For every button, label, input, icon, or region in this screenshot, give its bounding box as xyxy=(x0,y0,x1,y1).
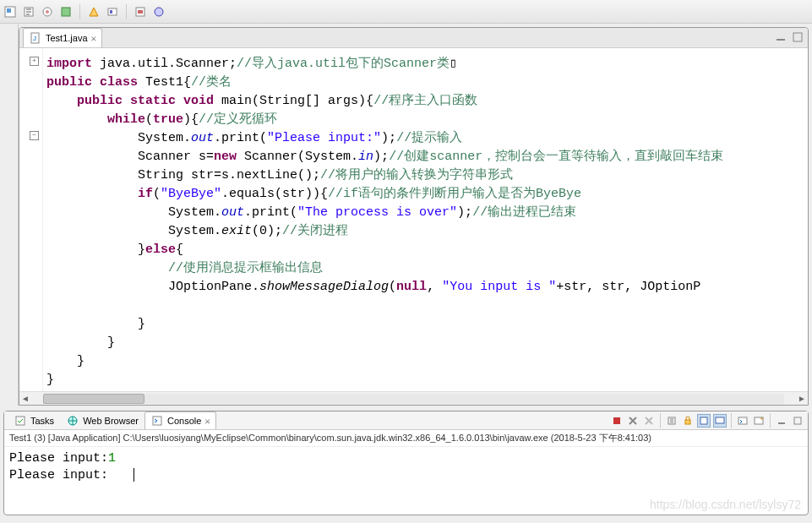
console-text: Please input: xyxy=(9,451,108,466)
tab-label: Tasks xyxy=(30,416,54,426)
toolbar-icon[interactable] xyxy=(152,5,166,19)
code-token: class xyxy=(100,75,138,90)
code-token: else xyxy=(145,242,176,257)
code-comment: //if语句的条件判断用户输入是否为ByeBye xyxy=(328,187,581,201)
scroll-track[interactable] xyxy=(43,394,784,404)
code-token: String str=s.nextLine(); xyxy=(138,168,320,183)
code-token: ); xyxy=(457,205,472,220)
svg-rect-17 xyxy=(613,417,620,424)
left-gutter xyxy=(0,24,19,406)
tasks-icon xyxy=(14,414,27,428)
editor-tab-test1[interactable]: J Test1.java ✕ xyxy=(23,28,102,47)
minimize-icon[interactable] xyxy=(775,414,788,428)
scroll-right-icon[interactable]: ► xyxy=(796,394,808,403)
tab-console[interactable]: Console ✕ xyxy=(144,411,216,429)
maximize-icon[interactable] xyxy=(791,30,804,44)
code-comment: //提示输入 xyxy=(396,131,462,145)
toolbar-icon[interactable] xyxy=(59,5,73,19)
svg-rect-19 xyxy=(685,420,690,424)
toolbar-icon[interactable] xyxy=(106,5,119,19)
code-token: void xyxy=(183,94,214,108)
new-console-icon[interactable]: + xyxy=(752,414,766,428)
tab-web-browser[interactable]: Web Browser xyxy=(60,411,144,429)
close-icon[interactable]: ✕ xyxy=(91,33,97,44)
toolbar-icon[interactable] xyxy=(3,5,17,19)
clear-icon[interactable] xyxy=(665,414,678,428)
code-token: showMessageDialog xyxy=(259,280,389,294)
code-token: exit xyxy=(221,224,252,238)
display-icon[interactable] xyxy=(713,414,727,428)
svg-rect-21 xyxy=(716,417,724,423)
code-token: } xyxy=(77,354,84,368)
code-token: Scanner(System. xyxy=(237,150,358,164)
remove-all-icon[interactable] xyxy=(642,414,656,428)
code-token: ); xyxy=(373,150,389,164)
code-token: Test1{ xyxy=(138,75,191,90)
code-token: Scanner s= xyxy=(138,150,214,164)
horizontal-scrollbar[interactable]: ◄ ► xyxy=(19,391,808,405)
maximize-icon[interactable] xyxy=(791,414,804,428)
editor-body[interactable]: + − import java.util.Scanner;//导入java.ut… xyxy=(19,48,808,391)
code-token: ( xyxy=(145,112,153,127)
code-token: public xyxy=(46,75,92,90)
close-icon[interactable]: ✕ xyxy=(204,416,210,427)
code-token: ); xyxy=(381,131,396,145)
code-token: public xyxy=(77,94,123,108)
scroll-thumb[interactable] xyxy=(43,394,144,404)
code-token: null xyxy=(396,280,427,294)
tab-tasks[interactable]: Tasks xyxy=(8,411,60,429)
svg-rect-26 xyxy=(794,417,801,424)
console-text: Please input: xyxy=(9,468,108,482)
globe-icon xyxy=(66,414,79,428)
minimize-icon[interactable] xyxy=(774,30,787,44)
toolbar-icon[interactable] xyxy=(134,5,147,19)
svg-rect-13 xyxy=(793,33,802,41)
toolbar-separator xyxy=(660,413,661,428)
open-console-icon[interactable] xyxy=(736,414,749,428)
console-output[interactable]: Please input:1 Please input: https://blo… xyxy=(4,447,808,515)
code-token: "The process is over" xyxy=(297,205,457,220)
svg-point-9 xyxy=(155,8,163,16)
fold-expand-icon[interactable]: + xyxy=(30,57,39,66)
scroll-lock-icon[interactable] xyxy=(681,414,695,428)
java-file-icon: J xyxy=(29,31,42,45)
console-icon xyxy=(150,414,164,428)
pin-icon[interactable] xyxy=(697,414,711,428)
code-comment: //程序主入口函数 xyxy=(373,94,477,108)
code-token: .equals(str)){ xyxy=(221,187,328,201)
scroll-left-icon[interactable]: ◄ xyxy=(19,394,31,403)
tab-label: Console xyxy=(167,416,201,426)
toolbar-icon[interactable] xyxy=(87,5,101,19)
fold-collapse-icon[interactable]: − xyxy=(30,131,39,140)
toolbar-icon[interactable] xyxy=(22,5,35,19)
code-token: } xyxy=(46,373,54,387)
code-token: in xyxy=(358,150,373,164)
code-token: ){ xyxy=(183,112,199,127)
code-comment: //关闭进程 xyxy=(282,224,348,238)
code-token: main(String[] args){ xyxy=(214,94,373,108)
code-area[interactable]: import java.util.Scanner;//导入java.util包下… xyxy=(43,48,808,391)
code-comment: //导入java.util包下的Scanner类 xyxy=(237,57,450,71)
terminate-icon[interactable] xyxy=(610,414,624,428)
code-token: , xyxy=(427,280,442,294)
code-comment: //定义死循环 xyxy=(199,112,277,127)
toolbar-icon[interactable] xyxy=(41,5,54,19)
code-token: .print( xyxy=(244,205,297,220)
code-token: "ByeBye" xyxy=(161,187,221,201)
svg-rect-12 xyxy=(777,39,785,41)
svg-rect-20 xyxy=(700,417,707,424)
bottom-tab-bar: Tasks Web Browser Console ✕ + xyxy=(4,411,808,430)
remove-icon[interactable] xyxy=(626,414,640,428)
console-input-echo: 1 xyxy=(108,451,116,466)
toolbar-separator xyxy=(731,413,732,428)
code-token: out xyxy=(221,205,244,220)
code-token: System. xyxy=(168,224,221,238)
code-comment: //将用户的输入转换为字符串形式 xyxy=(320,168,513,183)
console-launch-header: Test1 (3) [Java Application] C:\Users\lu… xyxy=(4,430,808,447)
watermark: https://blog.csdn.net/lsylsy72 xyxy=(650,496,801,513)
code-token: java.util.Scanner; xyxy=(92,57,237,71)
code-token: .print( xyxy=(214,131,267,145)
svg-point-4 xyxy=(46,10,49,14)
code-token: JOptionPane. xyxy=(168,280,259,294)
tab-label: Web Browser xyxy=(83,416,139,426)
